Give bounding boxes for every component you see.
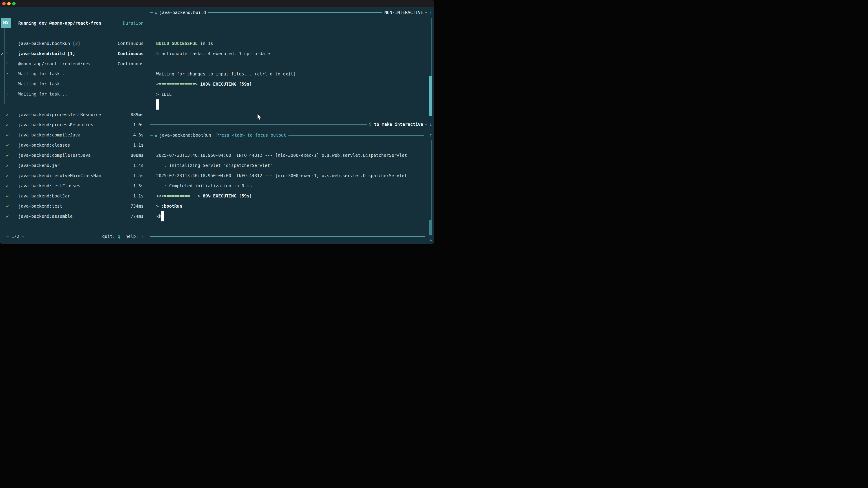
log-line: 2025-07-23T13:40:18.950-04:00 INFO 44312… [156, 150, 407, 160]
task-row-completed[interactable]: ✔ java-backend:assemble 774ms [0, 211, 148, 221]
task-status-dot-icon: ● [155, 134, 157, 137]
bootrun-progress-bar: <<<==========---> 80% EXECUTING [59s] [156, 191, 252, 201]
task-row[interactable]: ⠋ @mono-app/react-frontend:dev Continuou… [0, 59, 148, 69]
spinner-icon: ⠋ [6, 59, 9, 69]
bootrun-panel-header[interactable]: ● java-backend:bootRun Press <tab> to fo… [153, 130, 288, 140]
task-name: java-backend:classes [18, 140, 70, 150]
check-icon: ✔ [6, 160, 8, 170]
task-duration: Continuous [118, 48, 144, 59]
scroll-up-icon[interactable]: ↑ [428, 7, 434, 18]
pager-prev-icon[interactable]: ← [6, 234, 9, 239]
interactive-hint-text: to make interactive [371, 122, 423, 127]
task-row-waiting[interactable]: · Waiting for task... [0, 69, 148, 79]
task-duration: 734ms [131, 201, 144, 211]
build-idle-line: > IDLE [156, 89, 172, 99]
task-name: java-backend:build [1] [18, 48, 75, 59]
gradle-task-prompt: > :bootRun [156, 201, 182, 211]
bootrun-panel-title: java-backend:bootRun [159, 133, 211, 138]
pending-dot-icon: · [6, 69, 8, 79]
maximize-button[interactable] [12, 2, 16, 5]
task-name: java-backend:processTestResource [18, 109, 101, 120]
build-summary-line: 5 actionable tasks: 4 executed, 1 up-to-… [156, 48, 270, 59]
task-row-completed[interactable]: ✔ java-backend:bootJar 1.1s [0, 191, 148, 201]
task-row-selected[interactable]: > ⠋ java-backend:build [1] Continuous [0, 48, 148, 59]
close-button[interactable] [2, 2, 6, 5]
minimize-button[interactable] [7, 2, 11, 5]
task-duration: 1.5s [133, 170, 144, 181]
focus-output-hint: Press <tab> to focus output [216, 133, 286, 138]
task-row-completed[interactable]: ✔ java-backend:processTestResource 889ms [0, 109, 148, 120]
bootrun-panel-scrollbar-track[interactable] [430, 140, 432, 220]
interactive-hint: i to make interactive [367, 119, 426, 129]
task-duration: 808ms [131, 150, 144, 160]
task-row-completed[interactable]: ✔ java-backend:test 734ms [0, 201, 148, 211]
task-row-waiting[interactable]: · Waiting for task... [0, 79, 148, 89]
build-panel-scrollbar-thumb[interactable] [429, 76, 432, 116]
terminal-input-line[interactable]: kk [156, 211, 161, 221]
pager-next-icon[interactable]: → [22, 234, 24, 239]
spinner-icon: ⠋ [6, 38, 9, 48]
task-row-waiting[interactable]: · Waiting for task... [0, 89, 148, 99]
scroll-down-icon[interactable]: ↓ [428, 119, 434, 129]
build-progress-bar: <==============> 100% EXECUTING [59s] [156, 79, 252, 89]
task-name: java-backend:bootRun [2] [18, 38, 81, 48]
check-icon: ✔ [6, 181, 8, 191]
check-icon: ✔ [6, 170, 8, 181]
build-panel-title: java-backend:build [159, 10, 206, 15]
help-hint-label: help: [125, 234, 138, 239]
check-icon: ✔ [6, 130, 8, 140]
progress-label: 100% EXECUTING [59s] [200, 82, 252, 87]
task-duration: Continuous [118, 38, 144, 48]
task-row-completed[interactable]: ✔ java-backend:compileJava 4.3s [0, 130, 148, 140]
log-line: : Initializing Servlet 'dispatcherServle… [156, 160, 273, 170]
build-status-line: BUILD SUCCESSFUL in 1s [156, 38, 213, 48]
task-row-completed[interactable]: ✔ java-backend:jar 1.4s [0, 160, 148, 170]
task-duration: Continuous [118, 59, 144, 69]
task-row-completed[interactable]: ✔ java-backend:resolveMainClassNam 1.5s [0, 170, 148, 181]
task-name: java-backend:jar [18, 160, 60, 170]
build-panel-header[interactable]: ● java-backend:build [153, 7, 208, 18]
terminal-cursor [161, 211, 164, 221]
mouse-pointer-icon [256, 113, 262, 122]
task-duration: 1.3s [133, 181, 144, 191]
task-duration: 1.1s [133, 140, 144, 150]
task-duration: 889ms [131, 109, 144, 120]
pending-dot-icon: · [6, 89, 8, 99]
pager-page-indicator: 1/2 [11, 234, 19, 239]
log-line: 2025-07-23T13:40:18.950-04:00 INFO 44312… [156, 170, 407, 181]
check-icon: ✔ [6, 150, 8, 160]
build-panel-left-border [150, 12, 150, 125]
pending-dot-icon: · [6, 79, 8, 89]
scroll-up-icon[interactable]: ↑ [428, 130, 434, 140]
task-name: java-backend:compileJava [18, 130, 81, 140]
interactive-hint-key[interactable]: i [369, 122, 371, 127]
task-row-completed[interactable]: ✔ java-backend:classes 1.1s [0, 140, 148, 150]
task-duration: 1.0s [133, 120, 144, 130]
task-row-completed[interactable]: ✔ java-backend:processResources 1.0s [0, 120, 148, 130]
task-name: Waiting for task... [18, 69, 67, 79]
task-row[interactable]: ⠋ java-backend:bootRun [2] Continuous [0, 38, 148, 48]
pager: ← 1/2 → [6, 231, 24, 241]
task-list-title: Running dev @mono-app/react-fron [18, 18, 101, 28]
task-name: java-backend:assemble [18, 211, 72, 221]
task-name: java-backend:test [18, 201, 62, 211]
quit-key[interactable]: q [118, 234, 120, 239]
task-status-dot-icon: ● [155, 11, 157, 15]
progress-bar-fill: ============== [159, 82, 195, 87]
task-name: java-backend:compileTestJava [18, 150, 91, 160]
task-row-completed[interactable]: ✔ java-backend:compileTestJava 808ms [0, 150, 148, 160]
bootrun-panel-scrollbar-thumb[interactable] [429, 220, 432, 235]
task-name: java-backend:processResources [18, 120, 93, 130]
task-row-completed[interactable]: ✔ java-backend:testClasses 1.3s [0, 181, 148, 191]
build-waiting-line: Waiting for changes to input files... (c… [156, 69, 296, 79]
help-key[interactable]: ? [141, 234, 144, 239]
scroll-down-icon[interactable]: ↓ [428, 235, 434, 244]
terminal-window: NX Running dev @mono-app/react-fron Dura… [0, 0, 434, 244]
selection-pointer-icon: > [1, 48, 3, 59]
build-panel-scrollbar-track[interactable] [430, 18, 432, 76]
task-list-header: Running dev @mono-app/react-fron Duratio… [0, 18, 148, 28]
check-icon: ✔ [6, 109, 8, 120]
task-name: java-backend:bootJar [18, 191, 70, 201]
log-line: : Completed initialization in 0 ms [156, 181, 252, 191]
task-list-footer: ← 1/2 → quit: q help: ? [0, 231, 148, 241]
